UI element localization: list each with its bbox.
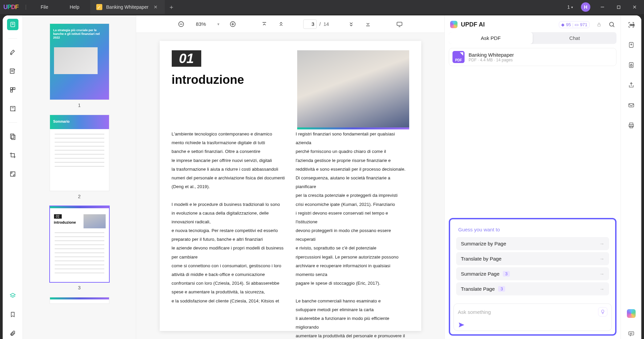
hero-image (297, 50, 409, 129)
lock-icon[interactable] (596, 22, 602, 27)
avatar[interactable]: H (581, 2, 590, 12)
ai-mini-button[interactable] (626, 308, 637, 319)
attachment-tool[interactable] (7, 328, 18, 339)
menu-file[interactable]: File (30, 4, 59, 10)
document-toolbar: 83% ▾ / 14 (136, 15, 444, 33)
crop-tool[interactable] (7, 150, 18, 161)
first-page-button[interactable] (258, 18, 270, 30)
tab-chat[interactable]: Chat (533, 32, 616, 44)
thumb-3-image (84, 214, 106, 228)
window-index[interactable]: 1▾ (564, 4, 576, 10)
menu-help[interactable]: Help (59, 4, 90, 10)
thumbnail-3[interactable]: 01 introduzione (50, 206, 109, 282)
arrow-right-icon: → (599, 256, 604, 262)
left-tool-rail (3, 15, 23, 339)
right-tool-rail: OCR (621, 15, 641, 339)
arrow-right-icon: → (599, 286, 604, 292)
layers-tool[interactable] (7, 290, 18, 301)
thumb-3-number: 3 (78, 285, 81, 290)
document-viewport[interactable]: 01 introduzione L'ambiente tecnologico c… (136, 33, 444, 339)
comment-tool[interactable] (626, 328, 637, 339)
thumbnail-1[interactable]: La strategia più cruciale per le banche … (50, 23, 109, 100)
search-icon[interactable] (608, 21, 615, 28)
close-icon[interactable]: ✕ (153, 4, 159, 10)
titlebar: UPDF | File Help Banking Whitepaper ✕ ＋ … (0, 0, 644, 14)
ai-credits-badge[interactable]: ◆95 | ▭971 (559, 21, 590, 28)
svg-rect-17 (10, 172, 15, 176)
arrow-right-icon: → (599, 271, 604, 277)
print-tool[interactable] (626, 120, 637, 131)
thumb-2-title: Sommario (53, 120, 70, 123)
zoom-dropdown[interactable]: ▾ (215, 22, 222, 26)
suggest-translate-page[interactable]: Translate Page3→ (456, 282, 609, 295)
thumb-1-title: La strategia più cruciale per le banche … (53, 29, 106, 39)
thumb-2-number: 2 (78, 194, 81, 199)
prev-page-button[interactable] (275, 18, 287, 30)
minimize-button[interactable] (595, 0, 610, 14)
suggest-summarize-by-page[interactable]: Summarize by Page→ (456, 237, 609, 250)
page-indicator: / 14 (303, 19, 329, 29)
page-input[interactable] (303, 19, 317, 29)
thumbnail-2[interactable]: Sommario (50, 115, 109, 191)
updf-ai-logo-icon (450, 21, 458, 28)
page-column-2: I registri finanziari sono fondamentali … (296, 130, 409, 339)
ai-doc-title: Banking Whitepaper (469, 52, 514, 58)
app-logo: UPDF (0, 4, 22, 11)
chevron-down-icon: ▾ (571, 5, 573, 9)
ai-suggestions: Guess you want to Summarize by Page→ Tra… (453, 223, 612, 300)
page-badge: 3 (498, 286, 505, 292)
tab-ask-pdf[interactable]: Ask PDF (449, 32, 533, 44)
text-edit-tool[interactable] (7, 65, 18, 77)
compress-tool[interactable] (7, 168, 18, 180)
page-organize-tool[interactable] (7, 84, 18, 96)
close-window-button[interactable] (627, 0, 642, 14)
share-tool[interactable] (626, 80, 637, 91)
zoom-in-button[interactable] (227, 18, 239, 30)
ai-panel-title: UPDF AI (461, 21, 555, 28)
redact-tool[interactable] (7, 131, 18, 142)
pencil-icon (96, 4, 102, 10)
ai-document-card[interactable]: PDF Banking Whitepaper PDF · 4.4 MB · 14… (449, 48, 616, 66)
reader-tool[interactable] (7, 19, 18, 30)
svg-rect-13 (10, 106, 15, 111)
highlighter-tool[interactable] (7, 47, 18, 58)
ai-input-placeholder: Ask something (458, 309, 598, 315)
export-tool[interactable] (626, 40, 637, 50)
zoom-out-button[interactable] (175, 18, 187, 30)
ai-panel: UPDF AI ◆95 | ▭971 Ask PDF Chat PDF (444, 15, 621, 339)
thumb-1-number: 1 (78, 103, 81, 108)
new-tab-button[interactable]: ＋ (165, 3, 178, 11)
email-tool[interactable] (626, 100, 637, 111)
gem-icon: ◆ (561, 22, 565, 27)
page-column-1: L'ambiente tecnologico contemporaneo e d… (172, 130, 285, 339)
bookmark-tool[interactable] (7, 309, 18, 320)
svg-line-29 (613, 25, 614, 27)
svg-rect-11 (13, 88, 15, 90)
document-area: 83% ▾ / 14 (136, 15, 444, 339)
thumbnails-panel: La strategia più cruciale per le banche … (23, 15, 136, 339)
ai-doc-meta: PDF · 4.4 MB · 14 pages (469, 58, 514, 62)
ocr-tool[interactable]: OCR (626, 19, 637, 30)
suggest-translate-by-page[interactable]: Translate by Page→ (456, 252, 609, 265)
maximize-button[interactable] (611, 0, 626, 14)
page-total: 14 (323, 21, 329, 27)
svg-rect-12 (10, 90, 12, 92)
document-tab[interactable]: Banking Whitepaper ✕ (90, 0, 165, 14)
document-page: 01 introduzione L'ambiente tecnologico c… (160, 41, 421, 331)
ai-input-box[interactable]: Ask something (453, 303, 612, 331)
svg-rect-38 (629, 332, 634, 335)
thumb-3-heading: introduzione (54, 220, 76, 224)
last-page-button[interactable] (362, 18, 374, 30)
zoom-level[interactable]: 83% (192, 21, 210, 27)
svg-point-28 (609, 22, 613, 26)
form-tool[interactable] (7, 103, 18, 114)
present-button[interactable] (393, 18, 406, 30)
send-button[interactable] (458, 317, 607, 329)
thumb-3-badge: 01 (54, 214, 62, 219)
next-page-button[interactable] (345, 18, 357, 30)
svg-rect-33 (630, 65, 632, 66)
protect-tool[interactable] (626, 60, 637, 70)
thumbnail-4[interactable] (50, 297, 109, 304)
lightbulb-icon[interactable] (598, 307, 607, 317)
suggest-summarize-page[interactable]: Summarize Page3→ (456, 267, 609, 280)
